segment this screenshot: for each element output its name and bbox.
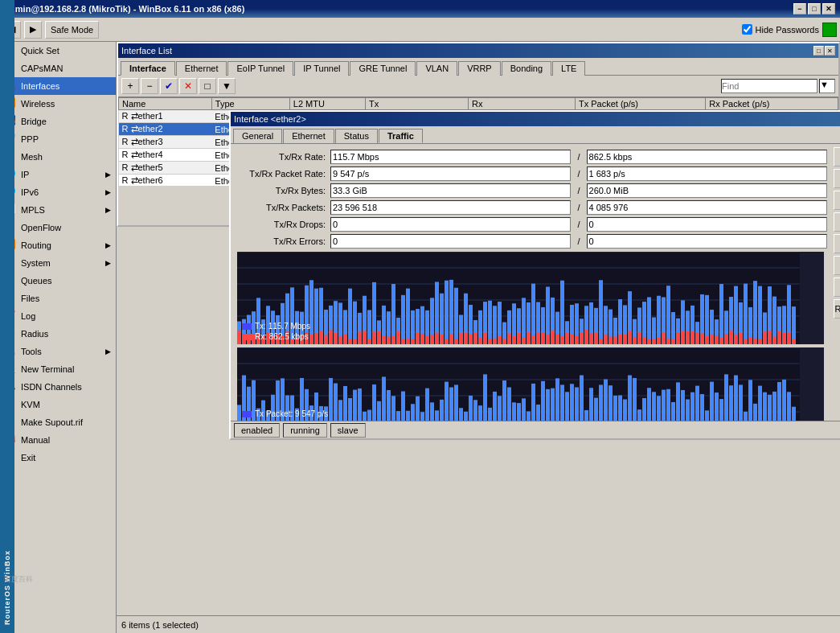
tab-ethernet[interactable]: Ethernet [176, 61, 227, 76]
cell-name: R ⇄ether4 [119, 149, 212, 162]
sidebar-item-queues[interactable]: 📋 Queues [0, 272, 116, 290]
interface-list-title-btns: □ ✕ [813, 46, 835, 55]
interface-list-title: Interface List [121, 46, 172, 55]
sidebar-item-mpls[interactable]: 📊 MPLS ▶ [0, 201, 116, 219]
tab-vlan[interactable]: VLAN [416, 61, 457, 76]
nav-forward-button[interactable]: ▶ [24, 21, 42, 39]
sidebar-item-ip[interactable]: 🌐 IP ▶ [0, 166, 116, 183]
col-header-txpkt: Tx Packet (p/s) [575, 98, 705, 110]
add-button[interactable]: + [121, 78, 139, 94]
field-value-container: / [330, 200, 827, 215]
torch-button[interactable]: Torch [834, 256, 840, 275]
sidebar-item-bridge[interactable]: 🌉 Bridge [0, 113, 116, 130]
sidebar-item-label: KVM [21, 400, 40, 409]
sidebar-item-radius[interactable]: 📡 Radius [0, 325, 116, 343]
field-left-input[interactable] [330, 217, 571, 232]
find-dropdown-button[interactable]: ▼ [819, 79, 835, 93]
traffic-packet-chart: Tx Packet: 9 547 p/s Rx Packet: 1 683 p/… [237, 347, 824, 432]
sidebar-item-make-supout[interactable]: 📄 Make Supout.rif [0, 413, 116, 431]
col-header-l2mtu: L2 MTU [289, 98, 365, 110]
comment-button[interactable]: □ [199, 78, 216, 94]
tab-lte[interactable]: LTE [552, 61, 585, 76]
tools-submenu-arrow: ▶ [105, 347, 111, 356]
sidebar-item-ppp[interactable]: 🔗 PPP [0, 130, 116, 148]
connection-indicator [822, 23, 837, 37]
field-left-input[interactable] [330, 183, 571, 198]
status-slave: slave [330, 423, 366, 438]
disable-button[interactable]: ✕ [179, 78, 197, 94]
apply-button[interactable]: Apply [834, 191, 840, 210]
comment-button-detail[interactable]: Comment [834, 234, 840, 253]
filter-button[interactable]: ▼ [218, 78, 236, 94]
field-right-input[interactable] [587, 150, 827, 164]
tab-general[interactable]: General [233, 129, 282, 143]
tab-ip-tunnel[interactable]: IP Tunnel [294, 61, 349, 76]
field-right-input[interactable] [587, 183, 827, 198]
disable-button-detail[interactable]: Disable [834, 212, 840, 232]
tab-traffic[interactable]: Traffic [379, 129, 423, 143]
sidebar-item-openflow[interactable]: ⬡ OpenFlow [0, 219, 116, 236]
enable-button[interactable]: ✔ [160, 78, 178, 94]
sidebar-item-system[interactable]: ⚙ System ▶ [0, 254, 116, 272]
field-left-input[interactable] [330, 234, 571, 249]
field-right-input[interactable] [587, 166, 827, 181]
field-right-input[interactable] [587, 234, 827, 249]
sidebar-item-ipv6[interactable]: 🌐 IPv6 ▶ [0, 183, 116, 201]
field-left-input[interactable] [330, 200, 571, 215]
tab-gre-tunnel[interactable]: GRE Tunnel [350, 61, 416, 76]
sidebar-item-label: System [21, 258, 51, 268]
tab-bonding[interactable]: Bonding [502, 61, 551, 76]
sidebar-item-label: Quick Set [21, 46, 59, 55]
hide-passwords-checkbox[interactable] [742, 24, 752, 35]
chart1-tx-color [242, 323, 252, 330]
title-bar-controls: − □ ✕ [793, 3, 835, 14]
routing-submenu-arrow: ▶ [105, 241, 111, 249]
maximize-button[interactable]: □ [808, 3, 821, 14]
chart2-tx-color [242, 411, 252, 417]
field-value-container: / [330, 234, 827, 249]
ok-button[interactable]: OK [834, 147, 840, 166]
sidebar-item-new-terminal[interactable]: 💻 New Terminal [0, 360, 116, 378]
close-button[interactable]: ✕ [822, 3, 835, 14]
baidu-watermark: 百度百科 [4, 574, 33, 585]
sidebar-item-mesh[interactable]: ⬡ Mesh [0, 148, 116, 166]
sidebar-item-interfaces[interactable]: 🔌 Interfaces [0, 77, 116, 95]
sidebar-item-routing[interactable]: 🔀 Routing ▶ [0, 236, 116, 254]
status-running: running [283, 423, 327, 438]
field-left-input[interactable] [330, 150, 571, 164]
interface-list-maximize-btn[interactable]: □ [813, 46, 824, 55]
sidebar-item-kvm[interactable]: 🖥 KVM [0, 396, 116, 413]
tab-interface[interactable]: Interface [121, 61, 175, 76]
field-separator: / [574, 203, 583, 212]
safe-mode-button[interactable]: Safe Mode [45, 21, 99, 39]
remove-button[interactable]: − [141, 78, 158, 94]
sidebar-item-label: Bridge [21, 117, 47, 126]
cancel-button[interactable]: Cancel [834, 169, 840, 188]
field-row: Tx/Rx Drops: / [234, 217, 827, 232]
find-input[interactable] [721, 79, 817, 93]
blink-button[interactable]: Blink [834, 277, 840, 297]
sidebar-item-log[interactable]: 📝 Log [0, 307, 116, 325]
sidebar-item-manual[interactable]: 📖 Manual [0, 431, 116, 449]
tab-eoip-tunnel[interactable]: EoIP Tunnel [227, 61, 293, 76]
sidebar-item-capsman[interactable]: 📡 CAPsMAN [0, 60, 116, 77]
tab-ethernet[interactable]: Ethernet [283, 129, 334, 143]
field-right-input[interactable] [587, 217, 827, 232]
sidebar-item-isdn[interactable]: 📞 ISDN Channels [0, 378, 116, 396]
sidebar-item-tools[interactable]: 🔧 Tools ▶ [0, 343, 116, 360]
tab-vrrp[interactable]: VRRP [458, 61, 501, 76]
sidebar-item-wireless[interactable]: 📶 Wireless [0, 95, 116, 113]
sidebar-item-label: MPLS [21, 205, 45, 215]
field-value-container: / [330, 183, 827, 198]
sidebar-item-exit[interactable]: 🚪 Exit [0, 449, 116, 467]
sidebar-item-quickset[interactable]: ⚡ Quick Set [0, 42, 116, 60]
tab-status[interactable]: Status [335, 129, 378, 143]
ip-submenu-arrow: ▶ [105, 171, 111, 179]
minimize-button[interactable]: − [793, 3, 806, 14]
field-left-input[interactable] [330, 166, 571, 181]
reset-mac-button[interactable]: Reset MAC Address [834, 299, 840, 319]
sidebar-item-files[interactable]: 📁 Files [0, 290, 116, 307]
field-right-input[interactable] [587, 200, 827, 215]
sidebar-item-label: Queues [21, 276, 52, 286]
interface-list-close-btn[interactable]: ✕ [825, 46, 835, 55]
